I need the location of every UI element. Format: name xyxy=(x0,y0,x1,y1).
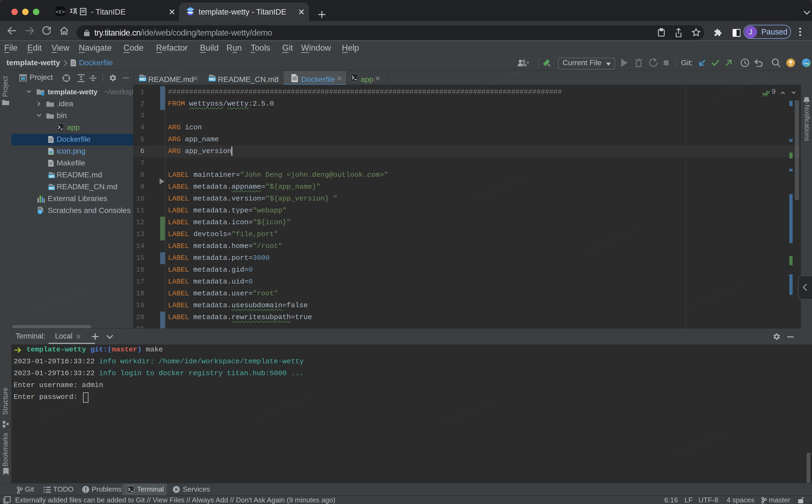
svg-text:MD: MD xyxy=(49,174,54,178)
svg-text:<t>: <t> xyxy=(56,9,65,15)
svg-text:MD: MD xyxy=(209,77,215,81)
svg-text:MD: MD xyxy=(49,186,54,190)
